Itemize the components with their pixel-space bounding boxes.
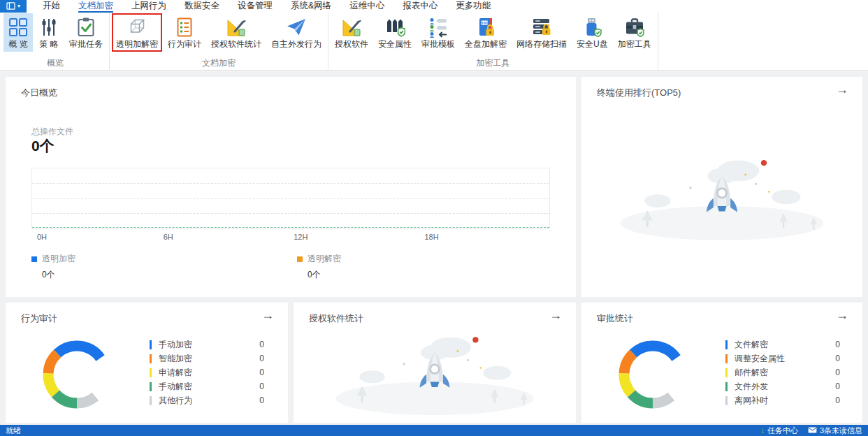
legend-label: 离网补时 bbox=[735, 395, 768, 407]
legend-value: 0 bbox=[835, 354, 840, 363]
ribbon-group-label: 概览 bbox=[3, 57, 108, 70]
chart-legend: 文件解密0调整安全属性0邮件解密0文件外发0离网补时0 bbox=[725, 337, 840, 407]
legend-value: 0 bbox=[835, 368, 840, 377]
tab-label: 系统&网络 bbox=[291, 1, 331, 13]
legend-label: 文件外发 bbox=[735, 381, 768, 393]
ribbon-item-policy[interactable]: 策 略 bbox=[34, 13, 64, 52]
ribbon-item-approval-template[interactable]: 审批模板 bbox=[417, 13, 459, 52]
legend-item: 手动加密0 bbox=[150, 337, 264, 351]
gridline bbox=[32, 198, 549, 199]
legend-item: 文件解密0 bbox=[725, 337, 840, 351]
legend-value: 0 bbox=[259, 354, 264, 363]
tab-more-features[interactable]: 更多功能 bbox=[447, 0, 500, 13]
task-center-label: 任务中心 bbox=[767, 426, 798, 436]
ribbon-item-label: 概 览 bbox=[8, 39, 27, 49]
today-overview-card: 今日概览 总操作文件 0个 0H 6H 12H 18H 透明加密0个透明解密0个 bbox=[6, 77, 576, 297]
ribbon-group-label: 文档加密 bbox=[111, 57, 326, 70]
legend-swatch bbox=[150, 396, 152, 405]
legend-swatch bbox=[725, 382, 728, 391]
chevron-down-icon: ▾ bbox=[17, 3, 20, 9]
unread-messages-item[interactable]: 3条未读信息 bbox=[808, 426, 862, 436]
legend-swatch bbox=[150, 382, 152, 391]
menu-bar: ▾ 开始文档加密上网行为数据安全设备管理系统&网络运维中心报表中心更多功能 bbox=[0, 0, 868, 13]
x-axis-ticks: 0H 6H 12H 18H bbox=[31, 233, 549, 242]
legend-label: 智能加密 bbox=[159, 353, 192, 365]
ribbon-item-label: 全盘加解密 bbox=[465, 39, 507, 49]
task-center-item[interactable]: ↓ 任务中心 bbox=[760, 426, 798, 436]
x-axis-line bbox=[32, 227, 549, 228]
empty-state bbox=[333, 321, 537, 416]
gridline bbox=[32, 213, 549, 214]
empty-state-illustration bbox=[617, 143, 827, 242]
legend-swatch bbox=[725, 396, 728, 405]
ribbon-item-overview[interactable]: 概 览 bbox=[3, 13, 33, 52]
donut-segment bbox=[633, 346, 677, 358]
donut-segment bbox=[48, 354, 57, 374]
tab-system-network[interactable]: 系统&网络 bbox=[282, 0, 340, 13]
legend-item: 离网补时0 bbox=[725, 393, 840, 407]
arrow-down-icon: ↓ bbox=[760, 426, 765, 435]
ribbon-item-encryption-tools[interactable]: 加密工具 bbox=[614, 13, 656, 52]
legend-label: 手动加密 bbox=[159, 339, 192, 351]
legend-value: 0个 bbox=[42, 269, 75, 281]
tab-doc-encryption[interactable]: 文档加密 bbox=[69, 0, 122, 13]
ribbon-group-items: 概 览策 略审批任务 bbox=[3, 13, 108, 57]
legend-item: 透明解密0个 bbox=[297, 253, 341, 281]
donut-segment bbox=[48, 374, 56, 394]
legend-value: 0 bbox=[259, 340, 264, 349]
ruler-pencil-icon bbox=[226, 17, 247, 38]
audit-list-icon bbox=[174, 17, 195, 38]
usb-shield-icon bbox=[581, 17, 602, 38]
ribbon-item-label: 审批模板 bbox=[421, 39, 455, 49]
legend-head: 透明加密 bbox=[31, 253, 75, 265]
tab-report-center[interactable]: 报表中心 bbox=[393, 0, 447, 13]
tab-home[interactable]: 开始 bbox=[34, 0, 69, 13]
tab-device-management[interactable]: 设备管理 bbox=[229, 0, 282, 13]
ribbon-item-label: 授权软件统计 bbox=[211, 39, 261, 49]
ribbon-item-full-disk-encryption[interactable]: SSD全盘加解密 bbox=[461, 13, 511, 52]
ribbon-item-label: 自主外发行为 bbox=[271, 39, 321, 49]
ribbon-item-self-outgoing-behavior[interactable]: 自主外发行为 bbox=[267, 13, 326, 52]
legend-item: 邮件解密0 bbox=[725, 365, 840, 379]
terminal-rank-card: 终端使用排行(TOP5) → bbox=[581, 77, 862, 297]
ribbon-item-licensed-software[interactable]: 授权软件 bbox=[331, 13, 372, 52]
server-lock-icon bbox=[531, 17, 552, 38]
tab-label: 运维中心 bbox=[349, 1, 384, 13]
tab-ops-center[interactable]: 运维中心 bbox=[340, 0, 393, 13]
legend-value: 0 bbox=[259, 368, 264, 377]
ribbon-item-transparent-encryption[interactable]: 透明加解密 bbox=[112, 13, 162, 52]
ribbon-item-network-storage-scan[interactable]: 网络存储扫描 bbox=[512, 13, 571, 52]
x-tick: 18H bbox=[424, 233, 438, 241]
card-title: 行为审计 bbox=[21, 312, 57, 325]
legend-value: 0 bbox=[835, 395, 840, 405]
donut-segment bbox=[632, 393, 653, 403]
legend-swatch bbox=[725, 340, 728, 349]
card-link-arrow[interactable]: → bbox=[261, 309, 274, 321]
tab-web-behavior[interactable]: 上网行为 bbox=[122, 0, 175, 13]
licensed-software-stats-card: 授权软件统计 → bbox=[294, 303, 576, 423]
card-link-arrow[interactable]: → bbox=[836, 309, 848, 321]
tab-data-security[interactable]: 数据安全 bbox=[175, 0, 229, 13]
ribbon-group-2: 透明加解密行为审计授权软件统计自主外发行为文档加密 bbox=[110, 13, 328, 70]
ready-status: 就绪 bbox=[6, 426, 21, 436]
grid-icon bbox=[8, 17, 29, 38]
card-link-arrow[interactable]: → bbox=[549, 309, 562, 321]
tab-label: 报表中心 bbox=[403, 1, 437, 13]
ribbon-group-3: 授权软件安全属性审批模板SSD全盘加解密网络存储扫描安全U盘加密工具加密工具 bbox=[328, 13, 658, 70]
ribbon-item-licensed-software-stats[interactable]: 授权软件统计 bbox=[207, 13, 266, 52]
donut-segment bbox=[77, 396, 95, 403]
ribbon-item-approval-tasks[interactable]: 审批任务 bbox=[65, 13, 107, 52]
legend-item: 文件外发0 bbox=[725, 379, 840, 393]
donut-segment bbox=[56, 393, 77, 403]
ribbon-item-label: 策 略 bbox=[39, 39, 58, 49]
ribbon-item-behavior-audit[interactable]: 行为审计 bbox=[164, 13, 205, 52]
donut-segment bbox=[57, 346, 101, 358]
ribbon-item-security-attribute[interactable]: 安全属性 bbox=[374, 13, 416, 52]
ribbon-group-label: 加密工具 bbox=[330, 57, 656, 70]
ribbon-item-secure-usb[interactable]: 安全U盘 bbox=[572, 13, 612, 52]
ribbon-item-label: 安全U盘 bbox=[577, 39, 608, 49]
legend-value: 0 bbox=[835, 382, 840, 391]
app-menu-button[interactable]: ▾ bbox=[0, 0, 27, 13]
legend-value: 0 bbox=[835, 340, 840, 349]
card-link-arrow[interactable]: → bbox=[836, 83, 848, 96]
